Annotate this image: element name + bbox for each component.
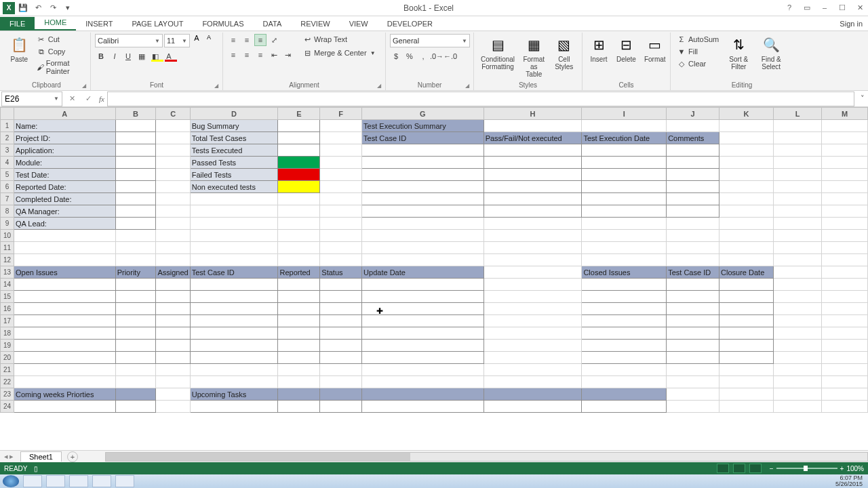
row-header-21[interactable]: 21 bbox=[1, 364, 14, 376]
autosum-button[interactable]: ΣAutoSum bbox=[675, 34, 721, 45]
number-format-combo[interactable]: General▼ bbox=[390, 34, 470, 47]
cell-I17[interactable] bbox=[582, 315, 667, 327]
paste-button[interactable]: 📋 Paste bbox=[7, 34, 32, 64]
cell-C4[interactable] bbox=[156, 157, 190, 169]
sort-filter-button[interactable]: ⇅Sort & Filter bbox=[724, 34, 753, 72]
cell-H2[interactable]: Pass/Fail/Not executed bbox=[484, 132, 582, 144]
cell-B5[interactable] bbox=[115, 169, 156, 181]
cell-B18[interactable] bbox=[115, 327, 156, 340]
cell-A24[interactable] bbox=[14, 401, 115, 413]
minimize-icon[interactable]: – bbox=[819, 3, 830, 12]
cell-K24[interactable] bbox=[719, 401, 774, 413]
cell-E22[interactable] bbox=[278, 376, 320, 388]
cell-I13[interactable]: Closed Issues bbox=[582, 266, 667, 279]
cell-B6[interactable] bbox=[115, 181, 156, 193]
cell-H18[interactable] bbox=[484, 327, 582, 340]
cell-A14[interactable] bbox=[14, 279, 115, 291]
cell-M9[interactable] bbox=[822, 218, 868, 230]
underline-icon[interactable]: U bbox=[122, 50, 134, 62]
cell-M15[interactable] bbox=[822, 291, 868, 303]
cell-I21[interactable] bbox=[582, 364, 667, 376]
taskbar-explorer-icon[interactable] bbox=[23, 475, 42, 487]
col-header-C[interactable]: C bbox=[156, 108, 190, 120]
cell-H24[interactable] bbox=[484, 401, 582, 413]
sheet-nav-prev-icon[interactable]: ◂ bbox=[4, 452, 8, 461]
cut-button[interactable]: ✂Cut bbox=[35, 34, 86, 45]
cell-F16[interactable] bbox=[320, 303, 362, 315]
row-header-24[interactable]: 24 bbox=[1, 401, 14, 413]
cell-G22[interactable] bbox=[362, 376, 484, 388]
cell-J19[interactable] bbox=[667, 340, 719, 352]
percent-format-icon[interactable]: % bbox=[403, 50, 416, 62]
cell-H4[interactable] bbox=[484, 157, 582, 169]
cell-M12[interactable] bbox=[822, 254, 868, 266]
ribbon-options-icon[interactable]: ▭ bbox=[802, 3, 812, 12]
cell-F22[interactable] bbox=[320, 376, 362, 388]
cell-E8[interactable] bbox=[278, 205, 320, 218]
col-header-G[interactable]: G bbox=[362, 108, 484, 120]
taskbar-excel-icon[interactable] bbox=[92, 475, 111, 487]
italic-icon[interactable]: I bbox=[108, 50, 121, 62]
cell-J1[interactable] bbox=[667, 120, 719, 132]
col-header-D[interactable]: D bbox=[190, 108, 278, 120]
cell-B10[interactable] bbox=[115, 230, 156, 242]
cell-D23[interactable]: Upcoming Tasks bbox=[190, 388, 278, 401]
cell-A1[interactable]: Name: bbox=[14, 120, 115, 132]
cell-K14[interactable] bbox=[719, 279, 774, 291]
cell-E21[interactable] bbox=[278, 364, 320, 376]
tab-data[interactable]: DATA bbox=[254, 17, 292, 30]
cell-L4[interactable] bbox=[773, 157, 821, 169]
sheet-nav-next-icon[interactable]: ▸ bbox=[9, 452, 14, 461]
zoom-control[interactable]: − + 100% bbox=[770, 465, 864, 472]
help-icon[interactable]: ? bbox=[784, 3, 795, 12]
cell-J10[interactable] bbox=[667, 230, 719, 242]
cell-L5[interactable] bbox=[773, 169, 821, 181]
cell-J22[interactable] bbox=[667, 376, 719, 388]
cell-J3[interactable] bbox=[667, 144, 719, 157]
cell-I7[interactable] bbox=[582, 193, 667, 205]
enter-formula-icon[interactable]: ✓ bbox=[80, 94, 96, 103]
cell-B13[interactable]: Priority bbox=[115, 266, 156, 279]
cell-C18[interactable] bbox=[156, 327, 190, 340]
cell-K15[interactable] bbox=[719, 291, 774, 303]
cell-L12[interactable] bbox=[773, 254, 821, 266]
cell-F8[interactable] bbox=[320, 205, 362, 218]
cell-C3[interactable] bbox=[156, 144, 190, 157]
cell-I23[interactable] bbox=[582, 388, 667, 401]
cell-C21[interactable] bbox=[156, 364, 190, 376]
cell-I5[interactable] bbox=[582, 169, 667, 181]
cell-D10[interactable] bbox=[190, 230, 278, 242]
fx-icon[interactable]: fx bbox=[96, 95, 107, 103]
cell-M24[interactable] bbox=[822, 401, 868, 413]
cell-E3[interactable] bbox=[278, 144, 320, 157]
cell-H17[interactable] bbox=[484, 315, 582, 327]
cell-L10[interactable] bbox=[773, 230, 821, 242]
cell-M11[interactable] bbox=[822, 242, 868, 254]
cell-B19[interactable] bbox=[115, 340, 156, 352]
cell-G5[interactable] bbox=[362, 169, 484, 181]
cell-A12[interactable] bbox=[14, 254, 115, 266]
cell-D24[interactable] bbox=[190, 401, 278, 413]
cell-G11[interactable] bbox=[362, 242, 484, 254]
cell-B21[interactable] bbox=[115, 364, 156, 376]
cell-K18[interactable] bbox=[719, 327, 774, 340]
cell-K12[interactable] bbox=[719, 254, 774, 266]
row-header-3[interactable]: 3 bbox=[1, 144, 14, 157]
cell-M18[interactable] bbox=[822, 327, 868, 340]
cell-E11[interactable] bbox=[278, 242, 320, 254]
cell-F1[interactable] bbox=[320, 120, 362, 132]
cell-I3[interactable] bbox=[582, 144, 667, 157]
formula-input[interactable] bbox=[107, 92, 854, 106]
decrease-font-icon[interactable]: A bbox=[203, 34, 214, 47]
row-header-20[interactable]: 20 bbox=[1, 352, 14, 364]
cell-E17[interactable] bbox=[278, 315, 320, 327]
cell-K23[interactable] bbox=[719, 388, 774, 401]
cell-C1[interactable] bbox=[156, 120, 190, 132]
cell-A23[interactable]: Coming weeks Priorties bbox=[14, 388, 115, 401]
cell-D21[interactable] bbox=[190, 364, 278, 376]
col-header-L[interactable]: L bbox=[773, 108, 821, 120]
cell-D3[interactable]: Tests Executed bbox=[190, 144, 278, 157]
cell-L16[interactable] bbox=[773, 303, 821, 315]
wrap-text-button[interactable]: ↩Wrap Text bbox=[300, 34, 378, 45]
cell-A19[interactable] bbox=[14, 340, 115, 352]
